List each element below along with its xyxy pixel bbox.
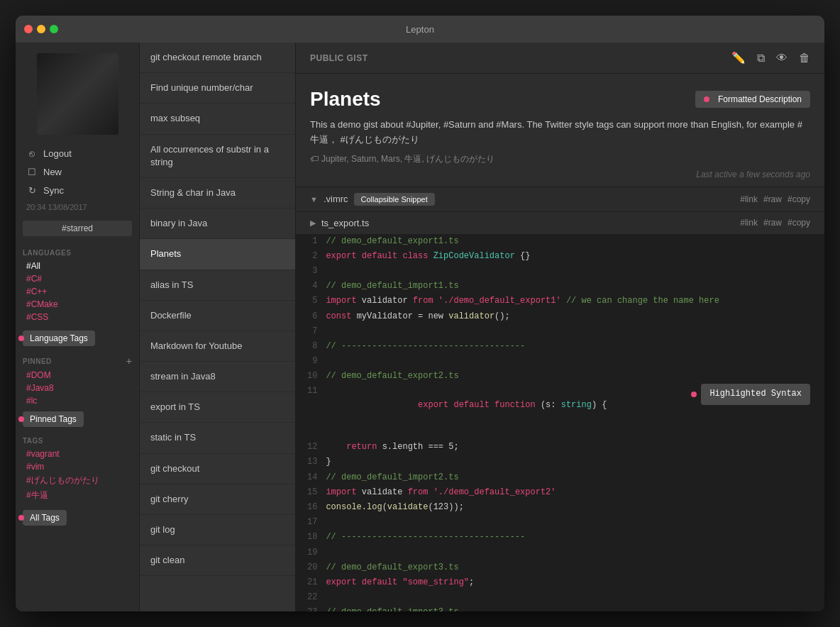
- collapsible-badge: Collapsible Snippet: [354, 193, 435, 206]
- snippet-ts-right: #link #raw #copy: [740, 218, 810, 228]
- file-item-git-clean[interactable]: git clean: [140, 545, 295, 576]
- file-item-dockerfile[interactable]: Dockerfile: [140, 301, 295, 331]
- snippet-vimrc-left: ▼ .vimrc Collapsible Snippet: [310, 193, 435, 206]
- eye-icon[interactable]: 👁: [776, 52, 788, 65]
- new-icon: ☐: [26, 166, 38, 177]
- snippet-ts: ▶ ts_export.ts #link #raw #copy 1: [296, 211, 824, 611]
- language-tags-tooltip-container: Language Tags: [16, 329, 139, 348]
- file-list: git checkout remote branch Find unique n…: [140, 43, 296, 611]
- starred-badge[interactable]: #starred: [23, 221, 132, 236]
- lang-cmake[interactable]: #CMake: [23, 298, 132, 311]
- snippet-ts-header[interactable]: ▶ ts_export.ts #link #raw #copy: [296, 212, 824, 234]
- new-button[interactable]: ☐ New: [23, 164, 132, 179]
- delete-icon[interactable]: 🗑: [799, 52, 810, 65]
- pinned-tags-tooltip: Pinned Tags: [23, 411, 84, 427]
- vimrc-copy[interactable]: #copy: [788, 194, 810, 204]
- ts-filename: ts_export.ts: [321, 218, 369, 228]
- edit-icon[interactable]: ✏️: [731, 51, 746, 65]
- file-item-git-cherry[interactable]: git cherry: [140, 484, 295, 515]
- ts-raw[interactable]: #raw: [763, 218, 782, 228]
- logout-button[interactable]: ⎋ Logout: [23, 145, 132, 161]
- lang-cpp[interactable]: #C++: [23, 285, 132, 298]
- table-row: 5 import validator from './demo_default_…: [296, 294, 824, 309]
- app-title: Lepton: [406, 24, 434, 35]
- tag-jp2[interactable]: #牛逼: [23, 488, 132, 503]
- file-item-export-ts[interactable]: export in TS: [140, 392, 295, 423]
- pinned-tags-tooltip-container: Pinned Tags: [16, 410, 139, 428]
- all-tags-tooltip: All Tags: [23, 510, 67, 526]
- lang-all[interactable]: #All: [23, 260, 132, 272]
- pinned-title: PINNED: [23, 357, 52, 365]
- file-item-all-occurrences[interactable]: All occurrences of substr in a string: [140, 135, 295, 178]
- vimrc-link[interactable]: #link: [740, 194, 758, 204]
- ts-link[interactable]: #link: [740, 218, 758, 228]
- sidebar: ⎋ Logout ☐ New ↻ Sync 20:34 13/08/2017 #…: [16, 43, 140, 611]
- titlebar: Lepton: [16, 16, 824, 43]
- lang-css[interactable]: #CSS: [23, 311, 132, 323]
- highlighted-syntax-dot: [691, 392, 697, 397]
- languages-section: LANGUAGES #All #C# #C++ #CMake #CSS: [16, 243, 139, 326]
- logout-icon: ⎋: [26, 148, 38, 159]
- table-row: 4 // demo_default_import1.ts: [296, 279, 824, 294]
- file-item-planets[interactable]: Planets: [140, 239, 295, 270]
- ts-chevron-icon: ▶: [310, 218, 316, 228]
- table-row: 11 export default function (s: string) {…: [296, 384, 824, 440]
- file-item-string-char[interactable]: String & char in Java: [140, 178, 295, 209]
- tag-lc[interactable]: #lc: [23, 394, 132, 407]
- gist-actions: ✏️ ⧉ 👁 🗑: [731, 51, 810, 65]
- file-item-git-checkout[interactable]: git checkout remote branch: [140, 43, 295, 73]
- lang-csharp[interactable]: #C#: [23, 272, 132, 285]
- external-link-icon[interactable]: ⧉: [757, 52, 765, 65]
- table-row: 20 // demo_default_export3.ts: [296, 560, 824, 575]
- tag-vim[interactable]: #vim: [23, 460, 132, 473]
- avatar-image: [37, 53, 118, 135]
- highlighted-syntax-badge: Highlighted Syntax: [691, 384, 810, 404]
- highlighted-syntax-label: Highlighted Syntax: [701, 384, 810, 404]
- gist-header: PUBLIC GIST ✏️ ⧉ 👁 🗑: [296, 43, 824, 74]
- file-item-find-unique[interactable]: Find unique number/char: [140, 73, 295, 104]
- tag-java8[interactable]: #Java8: [23, 382, 132, 394]
- tags-section: TAGS #vagrant #vim #げんじものがたり #牛逼: [16, 431, 139, 506]
- file-item-static-ts[interactable]: static in TS: [140, 423, 295, 453]
- minimize-button[interactable]: [37, 25, 45, 33]
- tag-vagrant[interactable]: #vagrant: [23, 448, 132, 460]
- pinned-tags: #DOM #Java8 #lc: [16, 369, 139, 407]
- app-window: Lepton ⎋ Logout ☐ New ↻ Sync: [16, 16, 824, 611]
- sidebar-actions: ⎋ Logout ☐ New ↻ Sync: [16, 142, 139, 201]
- file-item-git-checkout2[interactable]: git checkout: [140, 454, 295, 484]
- table-row: 13 }: [296, 455, 824, 470]
- file-item-stream-java8[interactable]: stream in Java8: [140, 362, 295, 392]
- tags-title: TAGS: [23, 437, 132, 445]
- file-item-max-subseq[interactable]: max subseq: [140, 104, 295, 134]
- vimrc-raw[interactable]: #raw: [763, 194, 782, 204]
- file-item-alias-ts[interactable]: alias in TS: [140, 270, 295, 301]
- logout-label: Logout: [43, 148, 72, 159]
- formatted-description-badge: Formatted Description: [695, 91, 810, 108]
- sync-icon: ↻: [26, 184, 38, 196]
- file-item-markdown-yt[interactable]: Markdown for Youtube: [140, 331, 295, 362]
- table-row: 8 // -----------------------------------…: [296, 339, 824, 354]
- all-tags-tooltip-container: All Tags: [16, 509, 139, 527]
- table-row: 18 // ----------------------------------…: [296, 530, 824, 545]
- table-row: 6 const myValidator = new validator();: [296, 309, 824, 324]
- ts-copy[interactable]: #copy: [788, 218, 810, 228]
- maximize-button[interactable]: [50, 25, 58, 33]
- language-tags-tooltip: Language Tags: [23, 331, 95, 346]
- pinned-header: PINNED +: [16, 350, 139, 369]
- file-item-git-log[interactable]: git log: [140, 515, 295, 545]
- tag-icon: 🏷: [310, 154, 319, 164]
- sync-button[interactable]: ↻ Sync: [23, 182, 132, 198]
- code-block: 1 // demo_default_export1.ts 2 export de…: [296, 234, 824, 611]
- tag-dom[interactable]: #DOM: [23, 369, 132, 382]
- snippet-vimrc-header[interactable]: ▼ .vimrc Collapsible Snippet #link #raw …: [296, 187, 824, 211]
- pinned-add-button[interactable]: +: [126, 356, 132, 366]
- close-button[interactable]: [24, 25, 33, 33]
- traffic-lights: [24, 25, 58, 33]
- table-row: 1 // demo_default_export1.ts: [296, 234, 824, 249]
- table-row: 3: [296, 264, 824, 279]
- table-row: 7: [296, 324, 824, 339]
- gist-label: PUBLIC GIST: [310, 53, 368, 63]
- tag-jp1[interactable]: #げんじものがたり: [23, 473, 132, 488]
- file-item-binary-java[interactable]: binary in Java: [140, 209, 295, 239]
- table-row: 9: [296, 354, 824, 369]
